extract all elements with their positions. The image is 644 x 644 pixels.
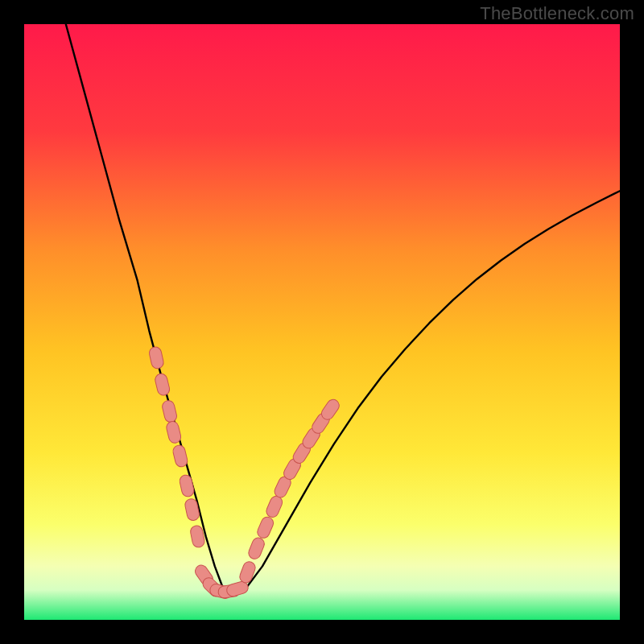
data-marker [238, 560, 258, 585]
plot-area [24, 24, 620, 620]
bottleneck-curve [66, 24, 620, 590]
data-marker [165, 420, 182, 444]
data-markers [148, 346, 341, 600]
curve-layer [24, 24, 620, 620]
watermark-text: TheBottleneck.com [480, 3, 634, 24]
data-marker [148, 346, 164, 370]
data-marker [255, 515, 275, 540]
data-marker [171, 444, 188, 469]
data-marker [161, 399, 178, 423]
data-marker [265, 494, 284, 519]
data-marker [154, 373, 171, 397]
chart-frame [24, 24, 620, 620]
data-marker [247, 536, 266, 561]
data-marker [179, 474, 195, 498]
